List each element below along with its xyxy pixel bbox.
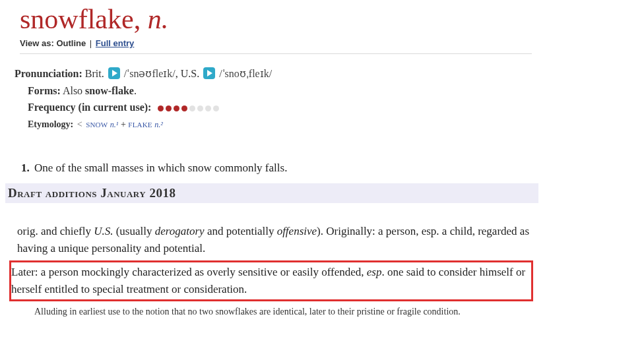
etym-link-flake[interactable]: flake <box>128 119 152 129</box>
freq-dot-empty <box>197 106 203 111</box>
etymology-label: Etymology: <box>28 119 73 129</box>
us-label: U.S. <box>181 68 199 79</box>
forms-prefix: Also <box>61 85 85 96</box>
view-as-label: View as: <box>20 38 54 48</box>
etymology-angle: < <box>75 119 84 129</box>
addition-offensive: offensive <box>277 225 317 237</box>
headword-word: snowflake <box>20 4 134 34</box>
headword-block: snowflake, n. View as: Outline | Full en… <box>5 0 538 63</box>
us-phonetic: /ˈsnoʊˌfleɪk/ <box>219 68 272 79</box>
view-as-full-entry-link[interactable]: Full entry <box>96 38 135 48</box>
frequency-label: Frequency (in current use): <box>28 102 151 113</box>
entry-page: snowflake, n. View as: Outline | Full en… <box>0 0 644 325</box>
freq-dot-empty <box>189 106 195 111</box>
play-brit-button[interactable] <box>108 67 120 79</box>
brit-phonetic: /ˈsnəʊfleɪk/ <box>124 68 176 79</box>
view-as-row: View as: Outline | Full entry <box>20 38 532 48</box>
freq-dot-filled <box>158 106 164 111</box>
addition-body: orig. and chiefly U.S. (usually derogato… <box>11 223 533 301</box>
addition-later-highlight: Later: a person mockingly characterized … <box>9 260 533 302</box>
addition-origin: orig. and chiefly <box>17 225 94 237</box>
sense-1: 1. One of the small masses in which snow… <box>5 140 538 181</box>
frequency-row: Frequency (in current use): <box>15 100 532 116</box>
meta-block: Pronunciation: Brit. /ˈsnəʊfleɪk/, U.S. … <box>5 63 538 140</box>
pronunciation-row: Pronunciation: Brit. /ˈsnəʊfleɪk/, U.S. … <box>15 67 532 81</box>
addition-derogatory: derogatory <box>155 225 205 237</box>
phon-sep: , <box>176 68 181 79</box>
draft-addition-block: orig. and chiefly U.S. (usually derogato… <box>5 207 538 325</box>
headword: snowflake, n. <box>20 4 532 34</box>
headword-comma: , <box>134 4 148 34</box>
etym-pos-snow[interactable]: n.¹ <box>110 120 119 129</box>
sense-text: One of the small masses in which snow co… <box>32 162 288 174</box>
play-us-button[interactable] <box>203 67 215 79</box>
pronunciation-label: Pronunciation: <box>15 68 82 79</box>
freq-dot-filled <box>174 106 179 111</box>
view-as-pipe: | <box>90 38 92 48</box>
addition-later-esp: esp <box>367 266 382 278</box>
etym-pos-flake[interactable]: n.² <box>154 120 163 129</box>
freq-dot-empty <box>213 106 219 111</box>
forms-row: Forms: Also snow-flake. <box>15 84 532 98</box>
etymology-row: Etymology: < snow n.¹ + flake n.² <box>15 117 532 131</box>
addition-note: Alluding in earliest use to the notion t… <box>11 303 533 324</box>
addition-us: U.S. <box>94 225 113 237</box>
draft-additions-header: Draft additions January 2018 <box>5 183 538 203</box>
rule-divider <box>20 53 532 54</box>
etym-link-snow[interactable]: snow <box>86 119 108 129</box>
frequency-dots <box>158 101 221 115</box>
addition-later-a: Later: a person mockingly characterized … <box>11 266 367 278</box>
view-as-outline[interactable]: Outline <box>56 38 86 48</box>
freq-dot-empty <box>205 106 211 111</box>
freq-dot-filled <box>166 106 172 111</box>
etym-plus: + <box>118 119 128 129</box>
freq-dot-filled <box>181 106 187 111</box>
forms-label: Forms: <box>28 85 61 96</box>
addition-paren-open: (usually <box>113 225 154 237</box>
forms-value: snow-flake <box>85 85 134 96</box>
addition-mid: and potentially <box>205 225 277 237</box>
forms-suffix: . <box>134 85 137 96</box>
brit-label: Brit. <box>82 68 104 79</box>
addition-origin-line: orig. and chiefly U.S. (usually derogato… <box>11 223 533 258</box>
part-of-speech: n. <box>148 4 169 34</box>
sense-number: 1. <box>21 162 30 174</box>
